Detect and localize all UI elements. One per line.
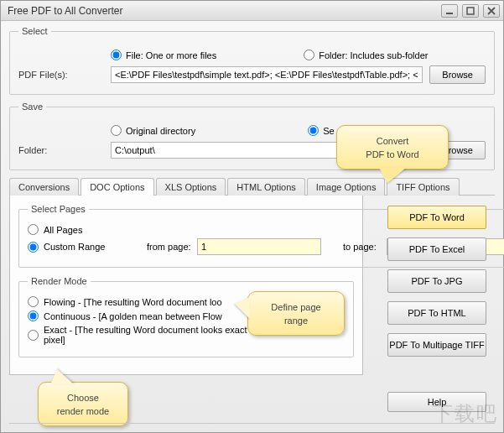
window-title: Free PDF to All Converter	[8, 5, 122, 17]
to-page-label: to page:	[343, 242, 387, 252]
save-legend: Save	[18, 102, 46, 112]
all-pages-radio[interactable]: All Pages	[28, 224, 82, 235]
folder-radio[interactable]: Folder: Includes sub-folder	[304, 50, 428, 60]
pdf-to-jpg-button[interactable]: PDF To JPG	[387, 269, 486, 293]
titlebar: Free PDF to All Converter	[1, 1, 503, 21]
pdf-to-html-button[interactable]: PDF To HTML	[387, 301, 486, 325]
content: Select File: One or more files Folder: I…	[1, 21, 503, 432]
from-page-input[interactable]	[197, 238, 321, 255]
custom-range-radio[interactable]: Custom Range	[28, 242, 127, 253]
flowing-radio[interactable]: Flowing - [The resulting Word document l…	[28, 296, 222, 307]
select-group: Select File: One or more files Folder: I…	[9, 26, 495, 95]
svg-rect-0	[446, 13, 453, 14]
help-button[interactable]: Help	[387, 392, 486, 412]
callout-range: Define pagerange	[247, 291, 345, 336]
select-legend: Select	[18, 26, 51, 36]
render-mode-legend: Render Mode	[28, 276, 91, 286]
file-radio[interactable]: File: One or more files	[111, 50, 216, 60]
tab-doc-options[interactable]: DOC Options	[81, 178, 153, 196]
select-pages-legend: Select Pages	[28, 204, 89, 214]
pdf-files-input[interactable]	[111, 66, 423, 83]
pdf-files-label: PDF File(s):	[18, 70, 111, 80]
pdf-to-word-button[interactable]: PDF To Word	[387, 206, 486, 229]
folder-label: Folder:	[18, 145, 111, 155]
minimize-button[interactable]	[441, 4, 458, 18]
tab-html-options[interactable]: HTML Options	[227, 178, 305, 196]
pdf-to-excel-button[interactable]: PDF To Excel	[387, 237, 486, 261]
svg-rect-1	[467, 8, 474, 14]
conversion-buttons: PDF To WordPDF To ExcelPDF To JPGPDF To …	[387, 206, 486, 365]
pdf-to-multipage-tiff-button[interactable]: PDF To Multipage TIFF	[387, 333, 486, 357]
from-page-label: from page:	[147, 242, 197, 252]
tab-xls-options[interactable]: XLS Options	[156, 178, 226, 196]
browse-pdf-button[interactable]: Browse	[429, 65, 486, 84]
se-radio[interactable]: Se	[308, 125, 334, 136]
window-controls	[439, 4, 500, 18]
doc-options-pane: Select Pages All Pages Custom Range from…	[9, 196, 363, 375]
close-button[interactable]	[483, 4, 500, 18]
original-dir-radio[interactable]: Original directory	[111, 125, 195, 136]
callout-convert: ConvertPDF to Word	[336, 125, 449, 170]
callout-mode: Chooserender mode	[38, 382, 128, 426]
maximize-button[interactable]	[462, 4, 479, 18]
tab-image-options[interactable]: Image Options	[307, 178, 386, 196]
continuous-radio[interactable]: Continuous - [A golden mean between Flow	[28, 310, 222, 321]
tab-bar: ConversionsDOC OptionsXLS OptionsHTML Op…	[9, 177, 495, 196]
app-window: Free PDF to All Converter Select File: O…	[0, 0, 504, 433]
tab-conversions[interactable]: Conversions	[9, 178, 79, 196]
